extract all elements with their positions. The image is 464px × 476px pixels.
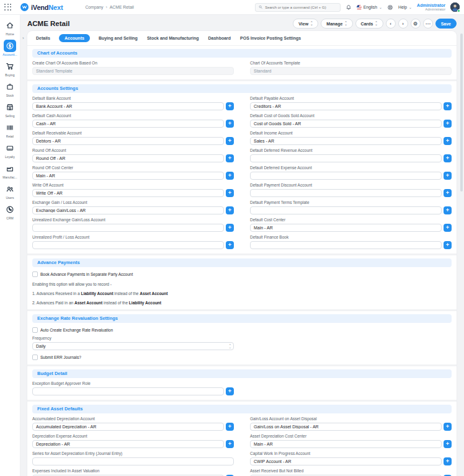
sidebar-item-selling[interactable]: Selling: [0, 101, 20, 118]
default-cost-of-goods-sold-account-input[interactable]: [250, 120, 442, 128]
more-button[interactable]: ⋯: [423, 19, 433, 29]
apps-grid-icon[interactable]: [4, 4, 12, 11]
default-cost-center-input[interactable]: [250, 224, 442, 232]
default-deferred-revenue-account-add-button[interactable]: +: [444, 154, 452, 162]
sidebar-item-manufac[interactable]: Manufac...: [0, 162, 20, 179]
sidebar-item-label: Manufac...: [2, 175, 17, 179]
avatar[interactable]: [450, 2, 460, 12]
view-button[interactable]: View⌃⌄: [293, 19, 318, 29]
default-deferred-revenue-account-input[interactable]: [250, 154, 442, 162]
sidebar-item-home[interactable]: Home: [0, 19, 20, 36]
default-payable-account-input[interactable]: [250, 102, 442, 110]
default-cash-account-input[interactable]: [32, 120, 224, 128]
default-bank-account-add-button[interactable]: +: [226, 102, 234, 110]
default-finance-book-input[interactable]: [250, 241, 442, 249]
sidebar-item-buying[interactable]: Buying: [0, 60, 20, 77]
chart-of-accounts-template-input[interactable]: [250, 67, 452, 75]
sidebar-item-loyalty[interactable]: Loyalty: [0, 142, 20, 159]
breadcrumb-page[interactable]: ACME Retail: [110, 5, 134, 9]
tab-details[interactable]: Details: [35, 34, 51, 42]
sidebar-item-users[interactable]: Users: [0, 183, 20, 200]
unrealized-exchange-gain-loss-account-input[interactable]: [32, 224, 224, 232]
exchange-gain-loss-account-input[interactable]: [32, 206, 224, 214]
capital-work-in-progress-account-input[interactable]: [250, 457, 442, 465]
depreciation-expense-account-add-button[interactable]: +: [226, 440, 234, 448]
unrealized-exchange-gain-loss-account-add-button[interactable]: +: [226, 224, 234, 232]
user-menu[interactable]: Administrator Administrator: [417, 3, 445, 12]
crm-icon: [4, 203, 16, 216]
default-bank-account-input[interactable]: [32, 102, 224, 110]
breadcrumb-section[interactable]: Company: [85, 5, 103, 9]
depreciation-expense-account-input[interactable]: [32, 440, 224, 448]
sidebar-expand-icon[interactable]: ›: [22, 35, 24, 41]
section-fixed-asset-defaults: Fixed Asset Defaults Accumulated Depreci…: [27, 405, 457, 476]
accumulated-depreciation-account-input[interactable]: [32, 423, 224, 431]
exception-budget-approver-role-input[interactable]: [32, 387, 224, 395]
exchange-gain-loss-account-add-button[interactable]: +: [226, 206, 234, 214]
tab-stock-and-manufacturing[interactable]: Stock and Manufacturing: [146, 34, 200, 42]
tab-dashboard[interactable]: Dashboard: [208, 34, 232, 42]
gain-loss-account-on-asset-disposal-input[interactable]: [250, 423, 442, 431]
default-cost-of-goods-sold-account-add-button[interactable]: +: [444, 120, 452, 128]
frequency-select[interactable]: Daily ⌃⌄: [32, 342, 234, 350]
tab-accounts[interactable]: Accounts: [59, 34, 90, 42]
support-icon[interactable]: [387, 4, 393, 11]
tab-pos-invoice-posting-settings[interactable]: POS Invoice Posting Settings: [239, 34, 301, 42]
default-deferred-expense-account-add-button[interactable]: +: [444, 172, 452, 180]
capital-work-in-progress-account-field: Capital Work In Progress Account +: [250, 451, 452, 465]
asset-depreciation-cost-center-add-button[interactable]: +: [444, 440, 452, 448]
gain-loss-account-on-asset-disposal-add-button[interactable]: +: [444, 423, 452, 431]
global-search[interactable]: [255, 3, 341, 12]
default-deferred-expense-account-input[interactable]: [250, 172, 442, 180]
default-payable-account-add-button[interactable]: +: [444, 102, 452, 110]
language-selector[interactable]: English ⌄: [357, 5, 382, 10]
capital-work-in-progress-account-add-button[interactable]: +: [444, 457, 452, 465]
default-income-account-input[interactable]: [250, 137, 442, 145]
default-receivable-account-input[interactable]: [32, 137, 224, 145]
frequency-value[interactable]: Daily: [32, 342, 234, 350]
vertical-scrollbar[interactable]: [460, 33, 463, 192]
book-advance-payments-checkbox[interactable]: [32, 271, 38, 277]
default-payment-terms-template-input[interactable]: [250, 206, 442, 214]
sidebar-item-stock[interactable]: Stock: [0, 81, 20, 97]
default-payment-terms-template-add-button[interactable]: +: [444, 206, 452, 214]
create-chart-of-accounts-based-on-input[interactable]: [32, 67, 234, 75]
search-input[interactable]: [265, 6, 337, 9]
round-off-cost-center-add-button[interactable]: +: [226, 172, 234, 180]
write-off-account-add-button[interactable]: +: [226, 189, 234, 197]
submit-err-journals-checkbox[interactable]: [32, 355, 38, 360]
round-off-cost-center-input[interactable]: [32, 172, 224, 180]
round-off-account-add-button[interactable]: +: [226, 154, 234, 162]
default-receivable-account-add-button[interactable]: +: [226, 137, 234, 145]
default-payment-discount-account-add-button[interactable]: +: [444, 189, 452, 197]
field-label: Gain/Loss Account on Asset Disposal: [250, 416, 452, 421]
help-menu[interactable]: Help ⌄: [398, 5, 412, 9]
asset-depreciation-cost-center-input[interactable]: [250, 440, 442, 448]
manage-button[interactable]: Manage⌃⌄: [321, 19, 352, 29]
exception-budget-approver-role-add-button[interactable]: +: [226, 387, 234, 395]
notifications-bell-icon[interactable]: [346, 4, 352, 11]
next-button[interactable]: ›: [398, 19, 408, 29]
cards-button[interactable]: Cards⌃⌄: [355, 19, 383, 29]
sidebar-item-retail[interactable]: Retail: [0, 121, 20, 138]
save-button[interactable]: Save: [435, 19, 457, 29]
prev-button[interactable]: ‹: [386, 19, 396, 29]
tab-buying-and-selling[interactable]: Buying and Selling: [98, 34, 138, 42]
accumulated-depreciation-account-add-button[interactable]: +: [226, 423, 234, 431]
sidebar-item-crm[interactable]: CRM: [0, 203, 20, 220]
write-off-account-input[interactable]: [32, 189, 224, 197]
sidebar-item-accounti[interactable]: Accounti...: [0, 40, 20, 56]
auto-create-err-checkbox[interactable]: [32, 327, 38, 333]
round-off-account-input[interactable]: [32, 154, 224, 162]
default-cash-account-add-button[interactable]: +: [226, 120, 234, 128]
default-finance-book-add-button[interactable]: +: [444, 241, 452, 249]
settings-button[interactable]: ⚙: [411, 19, 421, 29]
unrealized-profit-loss-account-add-button[interactable]: +: [226, 241, 234, 249]
default-cost-center-add-button[interactable]: +: [444, 224, 452, 232]
series-for-asset-depreciation-entry-journal-entry-input[interactable]: [32, 457, 234, 465]
default-payment-discount-account-input[interactable]: [250, 189, 442, 197]
unrealized-profit-loss-account-input[interactable]: [32, 241, 224, 249]
brand-logo[interactable]: iVendNext: [20, 3, 63, 11]
default-income-account-add-button[interactable]: +: [444, 137, 452, 145]
round-off-account-field: Round Off Account +: [32, 148, 234, 162]
